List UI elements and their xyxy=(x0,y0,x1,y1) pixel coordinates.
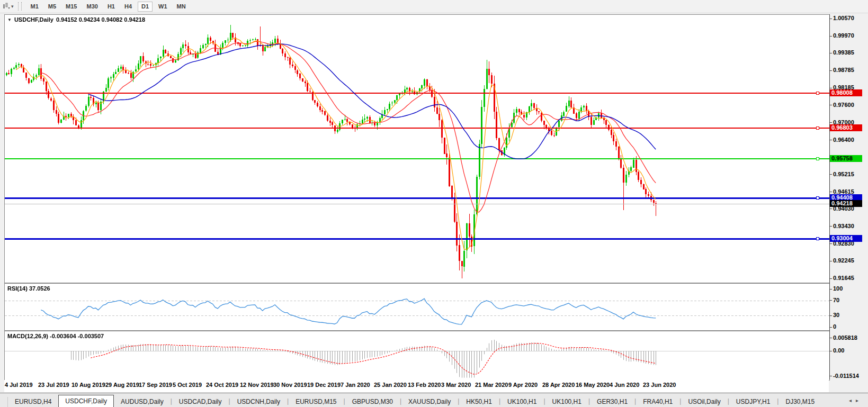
price-level-badge: 0.93004 xyxy=(830,235,862,242)
price-level-badge: 0.96803 xyxy=(830,124,862,131)
tick-mark xyxy=(830,289,832,290)
chart-tab-fra40-h1[interactable]: FRA40,H1 xyxy=(636,396,679,407)
rsi-tick: 100 xyxy=(830,285,868,292)
chart-symbol-label: USDCHF,Daily xyxy=(14,16,53,23)
date-label: 23 Jul 2019 xyxy=(38,382,69,388)
date-label: 23 Jun 2020 xyxy=(643,382,676,388)
price-level-badge: 0.94218 xyxy=(830,200,862,207)
chart-tab-usoil-daily[interactable]: USOil,Daily xyxy=(681,396,727,407)
chart-tab-hk50-h1[interactable]: HK50,H1 xyxy=(459,396,499,407)
chart-tab-ger30-h1[interactable]: GER30,H1 xyxy=(590,396,634,407)
timeframe-button-h1[interactable]: H1 xyxy=(104,2,119,12)
tick-mark xyxy=(830,19,832,19)
timeframe-button-m1[interactable]: M1 xyxy=(27,2,42,12)
date-label: 29 Aug 2019 xyxy=(105,382,139,388)
price-level-badge: 0.95758 xyxy=(830,155,862,162)
date-label: 4 Jun 2020 xyxy=(610,382,639,388)
date-label: 19 Dec 2019 xyxy=(307,382,341,388)
macd-panel: MACD(12,26,9) -0.003604 -0.003507 xyxy=(4,331,830,381)
macd-tick: 0.005818 xyxy=(830,334,868,341)
toolbar-left-group: ▾ xyxy=(0,2,26,11)
tick-mark xyxy=(830,315,832,316)
date-label: 12 Nov 2019 xyxy=(240,382,274,388)
timeframe-button-m30[interactable]: M30 xyxy=(83,2,102,12)
timeframe-button-group: M1M5M15M30H1H4D1W1MN xyxy=(26,2,191,12)
date-label: 24 Oct 2019 xyxy=(206,382,238,388)
timeframe-button-m15[interactable]: M15 xyxy=(62,2,80,12)
tick-mark xyxy=(830,192,832,192)
price-level-badge: 0.98008 xyxy=(830,89,862,96)
tick-mark xyxy=(830,300,832,301)
price-tick: 0.98785 xyxy=(830,67,868,73)
tick-mark xyxy=(830,105,832,105)
chart-tab-eurusd-m15[interactable]: EURUSD,M15 xyxy=(289,396,343,407)
chart-tab-audusd-daily[interactable]: AUDUSD,Daily xyxy=(114,396,171,407)
date-label: 4 Jul 2019 xyxy=(5,382,33,388)
tick-mark xyxy=(830,88,832,88)
rsi-panel: RSI(14) 37.0526 xyxy=(4,283,830,331)
price-tick: 0.91645 xyxy=(830,275,868,281)
tick-mark xyxy=(830,338,832,338)
rsi-tick: 30 xyxy=(830,312,868,318)
chart-tab-xauusd-daily[interactable]: XAUUSD,Daily xyxy=(401,396,458,407)
date-label: 16 May 2020 xyxy=(576,382,610,388)
chart-tab-bar: EURUSD,H4USDCHF,DailyAUDUSD,Daily|USDCAD… xyxy=(0,393,868,407)
date-label: 21 Mar 2020 xyxy=(475,382,508,388)
date-label: 25 Jan 2020 xyxy=(374,382,407,388)
price-tick: 1.00570 xyxy=(830,15,868,21)
date-label: 10 Aug 2019 xyxy=(71,382,105,388)
timeframe-button-h4[interactable]: H4 xyxy=(121,2,136,12)
collapse-triangle-icon[interactable]: ▼ xyxy=(7,17,12,22)
chart-tab-usdcnh-daily[interactable]: USDCNH,Daily xyxy=(230,396,287,407)
tick-mark xyxy=(830,140,832,140)
timeframe-button-mn[interactable]: MN xyxy=(173,2,190,12)
price-tick: 0.99385 xyxy=(830,49,868,56)
price-tick: 0.96400 xyxy=(830,137,868,143)
tab-scroll-right-icon[interactable]: ▸ xyxy=(856,397,863,403)
chart-tab-usdchf-daily[interactable]: USDCHF,Daily xyxy=(58,395,114,407)
price-tick: 0.95215 xyxy=(830,171,868,177)
chart-mode-icon[interactable] xyxy=(2,3,11,10)
chart-title: ▼ USDCHF,Daily 0.94152 0.94234 0.94082 0… xyxy=(7,16,145,23)
tick-mark xyxy=(830,70,832,71)
tick-mark xyxy=(830,226,832,227)
macd-canvas[interactable] xyxy=(5,331,829,380)
price-axis-column[interactable]: 1.005700.999700.993850.987850.981850.976… xyxy=(830,0,868,407)
chevron-down-icon[interactable]: ▾ xyxy=(11,4,14,9)
tick-mark xyxy=(830,351,832,351)
main-chart-panel: ▼ USDCHF,Daily 0.94152 0.94234 0.94082 0… xyxy=(4,14,830,283)
tick-mark xyxy=(830,243,832,244)
chart-tab-uk100-h1[interactable]: UK100,H1 xyxy=(545,396,588,407)
tab-scroll-left-icon[interactable]: ◂ xyxy=(849,397,856,403)
main-chart-canvas[interactable] xyxy=(5,15,829,283)
chart-tab-dj30-m15[interactable]: DJ30,M15 xyxy=(778,396,821,407)
tick-mark xyxy=(830,278,832,279)
chart-ohlc-values: 0.94152 0.94234 0.94082 0.94218 xyxy=(56,16,145,23)
timeframe-button-d1[interactable]: D1 xyxy=(138,2,153,12)
tab-bar-stub xyxy=(0,397,8,407)
chart-tab-usdjpy-h1[interactable]: USDJPY,H1 xyxy=(729,396,777,407)
tick-mark xyxy=(830,376,832,376)
price-tick: 0.99970 xyxy=(830,32,868,39)
date-label: 7 Jan 2020 xyxy=(341,382,370,388)
tab-scroll-arrows: ◂▸ xyxy=(849,397,863,403)
chart-tab-uk100-h1[interactable]: UK100,H1 xyxy=(500,396,543,407)
price-tick: 0.94615 xyxy=(830,188,868,195)
chart-tab-gbpusd-m30[interactable]: GBPUSD,M30 xyxy=(345,396,400,407)
toolbar: ▾ M1M5M15M30H1H4D1W1MN xyxy=(0,0,868,13)
macd-tick: 0.00 xyxy=(830,347,868,354)
time-axis[interactable]: 4 Jul 201923 Jul 201910 Aug 201929 Aug 2… xyxy=(4,380,829,392)
chart-tab-usdcad-daily[interactable]: USDCAD,Daily xyxy=(172,396,229,407)
macd-label: MACD(12,26,9) -0.003604 -0.003507 xyxy=(7,333,104,339)
rsi-canvas[interactable] xyxy=(5,284,829,330)
date-label: 13 Feb 2020 xyxy=(408,382,441,388)
chart-tab-eurusd-h4[interactable]: EURUSD,H4 xyxy=(8,396,58,407)
macd-tick: -0.011514 xyxy=(830,373,868,379)
timeframe-button-w1[interactable]: W1 xyxy=(155,2,171,12)
tick-mark xyxy=(830,174,832,175)
tick-mark xyxy=(830,327,832,328)
date-label: 17 Sep 2019 xyxy=(139,382,172,388)
tick-mark xyxy=(830,209,832,209)
timeframe-button-m5[interactable]: M5 xyxy=(44,2,60,12)
toolbar-grip[interactable] xyxy=(18,2,22,11)
